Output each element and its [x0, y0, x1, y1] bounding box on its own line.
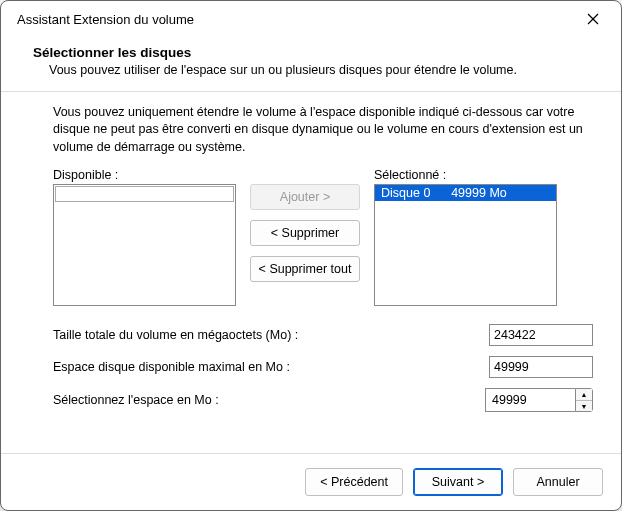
- spinner-buttons: ▲ ▼: [575, 388, 593, 412]
- header-section: Sélectionner les disques Vous pouvez uti…: [1, 37, 621, 91]
- max-space-row: Espace disque disponible maximal en Mo :…: [53, 356, 593, 378]
- available-listbox[interactable]: [53, 184, 236, 306]
- form-rows: Taille totale du volume en mégaoctets (M…: [53, 324, 593, 412]
- next-button[interactable]: Suivant >: [413, 468, 503, 496]
- total-size-label: Taille totale du volume en mégaoctets (M…: [53, 328, 489, 342]
- max-space-label: Espace disque disponible maximal en Mo :: [53, 360, 489, 374]
- transfer-buttons: Ajouter > < Supprimer < Supprimer tout: [250, 168, 360, 282]
- chevron-down-icon: ▼: [581, 403, 588, 410]
- window-title: Assistant Extension du volume: [17, 12, 194, 27]
- available-label: Disponible :: [53, 168, 236, 182]
- max-space-value: 49999: [489, 356, 593, 378]
- close-icon: [587, 13, 599, 25]
- body-section: Vous pouvez uniquement étendre le volume…: [1, 92, 621, 453]
- footer: < Précédent Suivant > Annuler: [1, 453, 621, 510]
- list-item[interactable]: Disque 0 49999 Mo: [375, 185, 556, 201]
- available-column: Disponible :: [53, 168, 236, 306]
- available-list-header: [55, 186, 234, 202]
- select-space-spinner: ▲ ▼: [485, 388, 593, 412]
- page-description: Vous pouvez utiliser de l'espace sur un …: [33, 62, 597, 79]
- select-space-row: Sélectionnez l'espace en Mo : ▲ ▼: [53, 388, 593, 412]
- select-space-input[interactable]: [485, 388, 575, 412]
- cancel-button[interactable]: Annuler: [513, 468, 603, 496]
- add-button[interactable]: Ajouter >: [250, 184, 360, 210]
- info-paragraph: Vous pouvez uniquement étendre le volume…: [53, 104, 597, 157]
- spinner-up-button[interactable]: ▲: [576, 389, 592, 401]
- lists-row: Disponible : Ajouter > < Supprimer < Sup…: [53, 168, 597, 306]
- select-space-label: Sélectionnez l'espace en Mo :: [53, 393, 485, 407]
- back-button[interactable]: < Précédent: [305, 468, 403, 496]
- chevron-up-icon: ▲: [581, 391, 588, 398]
- remove-button[interactable]: < Supprimer: [250, 220, 360, 246]
- titlebar: Assistant Extension du volume: [1, 1, 621, 37]
- total-size-row: Taille totale du volume en mégaoctets (M…: [53, 324, 593, 346]
- total-size-value: 243422: [489, 324, 593, 346]
- selected-listbox[interactable]: Disque 0 49999 Mo: [374, 184, 557, 306]
- close-button[interactable]: [575, 7, 611, 31]
- wizard-window: Assistant Extension du volume Sélectionn…: [0, 0, 622, 511]
- spinner-down-button[interactable]: ▼: [576, 401, 592, 412]
- page-title: Sélectionner les disques: [33, 45, 597, 60]
- selected-column: Sélectionné : Disque 0 49999 Mo: [374, 168, 557, 306]
- remove-all-button[interactable]: < Supprimer tout: [250, 256, 360, 282]
- selected-label: Sélectionné :: [374, 168, 557, 182]
